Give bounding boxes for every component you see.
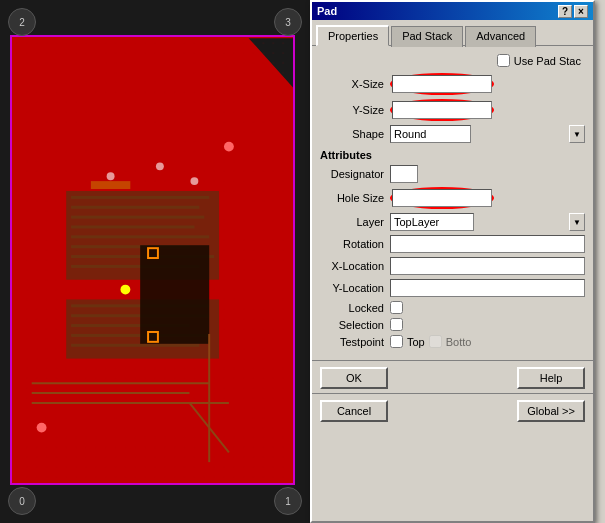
tab-properties[interactable]: Properties [316,25,389,46]
locked-row: Locked [320,301,585,314]
shape-row: Shape Round Rectangular Oval ▼ [320,125,585,143]
dialog-titlebar: Pad ? × [312,2,593,20]
button-row: OK Help [312,360,593,393]
y-location-row: Y-Location 56.007mm [320,279,585,297]
global-button[interactable]: Global >> [517,400,585,422]
dialog-title: Pad [317,5,337,17]
pcb-view: 2 3 0 1 [0,0,310,523]
use-pad-stack-checkbox[interactable] [497,54,510,67]
corner-marker-1: 1 [274,487,302,515]
testpoint-top-label: Top [407,336,425,348]
x-size-label: X-Size [320,78,390,90]
tab-advanced[interactable]: Advanced [465,26,536,47]
pad-dialog: Pad ? × Properties Pad Stack Advanced Us… [310,0,595,523]
use-pad-stack-row: Use Pad Stac [320,54,585,67]
title-buttons: ? × [558,5,588,18]
layer-select-wrapper: TopLayer BottomLayer MultiLayer ▼ [390,213,585,231]
rotation-input[interactable]: 0.000 [390,235,585,253]
y-location-label: Y-Location [320,282,390,294]
svg-point-27 [37,423,47,433]
locked-label: Locked [320,302,390,314]
ok-button[interactable]: OK [320,367,388,389]
use-pad-stack-label: Use Pad Stac [514,55,581,67]
layer-row: Layer TopLayer BottomLayer MultiLayer ▼ [320,213,585,231]
svg-rect-18 [140,245,209,344]
svg-point-24 [190,177,198,185]
dialog-body: Use Pad Stac X-Size 2mm Y-Size 2mm Shape… [312,46,593,360]
designator-input[interactable]: 0 [390,165,418,183]
svg-point-26 [224,142,234,152]
testpoint-top-checkbox[interactable] [390,335,403,348]
svg-point-23 [156,162,164,170]
svg-point-25 [120,285,130,295]
pcb-board [10,35,295,485]
corner-marker-0: 0 [8,487,36,515]
designator-row: Designator 0 [320,165,585,183]
corner-marker-3: 3 [274,8,302,36]
svg-point-22 [107,172,115,180]
locked-checkbox[interactable] [390,301,403,314]
shape-select[interactable]: Round Rectangular Oval [390,125,471,143]
shape-select-wrapper: Round Rectangular Oval ▼ [390,125,585,143]
testpoint-row: Testpoint Top Botto [320,335,585,348]
button-row-2: Cancel Global >> [312,393,593,426]
hole-size-input[interactable]: 0mm [392,189,492,207]
x-location-row: X-Location 42.037mm [320,257,585,275]
selection-checkbox[interactable] [390,318,403,331]
y-size-row: Y-Size 2mm [320,99,585,121]
shape-label: Shape [320,128,390,140]
testpoint-bottom-label: Botto [446,336,472,348]
attributes-group-label: Attributes [320,149,585,161]
svg-rect-32 [91,181,130,189]
rotation-label: Rotation [320,238,390,250]
testpoint-options: Top Botto [390,335,471,348]
tab-pad-stack[interactable]: Pad Stack [391,26,463,47]
corner-marker-2: 2 [8,8,36,36]
help-button[interactable]: ? [558,5,572,18]
cancel-button[interactable]: Cancel [320,400,388,422]
y-location-input[interactable]: 56.007mm [390,279,585,297]
selection-row: Selection [320,318,585,331]
layer-dropdown-arrow: ▼ [569,213,585,231]
testpoint-bottom-checkbox[interactable] [429,335,442,348]
y-size-input[interactable]: 2mm [392,101,492,119]
designator-label: Designator [320,168,390,180]
hole-size-row: Hole Size 0mm [320,187,585,209]
testpoint-label: Testpoint [320,336,390,348]
tab-bar: Properties Pad Stack Advanced [312,20,593,46]
help-dialog-button[interactable]: Help [517,367,585,389]
rotation-row: Rotation 0.000 [320,235,585,253]
shape-dropdown-arrow: ▼ [569,125,585,143]
hole-size-label: Hole Size [320,192,390,204]
x-size-row: X-Size 2mm [320,73,585,95]
close-button[interactable]: × [574,5,588,18]
x-location-label: X-Location [320,260,390,272]
layer-label: Layer [320,216,390,228]
x-size-input[interactable]: 2mm [392,75,492,93]
layer-select[interactable]: TopLayer BottomLayer MultiLayer [390,213,474,231]
x-location-input[interactable]: 42.037mm [390,257,585,275]
selection-label: Selection [320,319,390,331]
y-size-label: Y-Size [320,104,390,116]
